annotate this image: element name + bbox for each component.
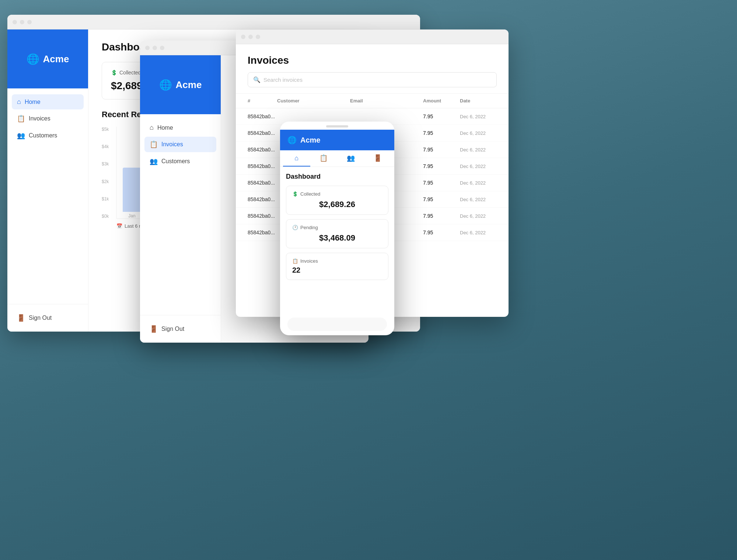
sidebar-desktop: 🌐 Acme ⌂ Home 📋 Invoices 👥 Customers <box>7 29 88 332</box>
cell-id: 85842ba0... <box>248 163 277 169</box>
app-name-desktop: Acme <box>43 53 69 65</box>
col-header-date: Date <box>460 98 497 104</box>
titlebar-dot-i1 <box>241 35 245 39</box>
titlebar-dot-i3 <box>256 35 260 39</box>
cell-amount: 7.95 <box>423 163 460 169</box>
mobile-nav-customers[interactable]: 👥 <box>337 150 364 167</box>
invoices-label-tablet: Invoices <box>161 141 183 148</box>
sidebar-item-customers-tablet[interactable]: 👥 Customers <box>144 154 216 169</box>
mobile-nav-signout[interactable]: 🚪 <box>364 150 392 167</box>
cell-date: Dec 6, 2022 <box>460 180 497 186</box>
cell-id: 85842ba0... <box>248 113 277 119</box>
mobile-collected-label: 💲 Collected <box>292 191 382 197</box>
sidebar-item-customers[interactable]: 👥 Customers <box>12 128 84 143</box>
cell-amount: 7.95 <box>423 180 460 186</box>
cell-date: Dec 6, 2022 <box>460 197 497 202</box>
sidebar-item-home-label: Home <box>25 99 41 105</box>
mobile-handle <box>326 125 348 127</box>
invoices-icon-tablet: 📋 <box>150 140 158 148</box>
mobile-invoices-label: 📋 Invoices <box>292 258 382 264</box>
sidebar-item-invoices[interactable]: 📋 Invoices <box>12 111 84 126</box>
mobile-bottom-bar <box>287 318 387 331</box>
cell-id: 85842ba0... <box>248 147 277 153</box>
mobile-invoices-count: 22 <box>292 266 382 274</box>
cell-id: 85842ba0... <box>248 196 277 202</box>
mobile-collected-card: 💲 Collected $2,689.26 <box>286 186 388 215</box>
sidebar-item-home-tablet[interactable]: ⌂ Home <box>144 120 216 135</box>
customers-icon-tablet: 👥 <box>150 157 158 165</box>
table-header: # Customer Email Amount Date <box>236 94 509 108</box>
titlebar-dot-t3 <box>160 46 164 50</box>
sidebar-item-customers-label: Customers <box>29 132 57 139</box>
mobile-nav-invoices[interactable]: 📋 <box>310 150 338 167</box>
titlebar-desktop <box>7 15 420 29</box>
mobile-collected-value: $2,689.26 <box>292 200 382 209</box>
search-icon: 🔍 <box>253 76 261 83</box>
cell-date: Dec 6, 2022 <box>460 213 497 219</box>
bar-jan <box>123 168 141 212</box>
cell-id: 85842ba0... <box>248 230 277 235</box>
sidebar-item-invoices-tablet[interactable]: 📋 Invoices <box>144 137 216 152</box>
sign-out-button-desktop[interactable]: 🚪 Sign Out <box>12 310 84 326</box>
home-icon: ⌂ <box>17 98 21 106</box>
sign-out-label-tablet: Sign Out <box>161 326 184 332</box>
y-label-2k: $2k <box>102 179 109 184</box>
col-header-email: Email <box>350 98 423 104</box>
invoices-header: Invoices 🔍 Search invoices <box>236 44 509 94</box>
cell-id: 85842ba0... <box>248 213 277 219</box>
calendar-icon: 📅 <box>116 223 122 229</box>
titlebar-invoices <box>236 29 509 44</box>
sidebar-item-invoices-label: Invoices <box>29 115 50 122</box>
sidebar-nav-desktop: ⌂ Home 📋 Invoices 👥 Customers <box>7 88 88 304</box>
sidebar-tablet: 🌐 Acme ⌂ Home 📋 Invoices 👥 Customers <box>140 55 221 343</box>
sidebar-item-home[interactable]: ⌂ Home <box>12 94 84 109</box>
cell-date: Dec 6, 2022 <box>460 130 497 136</box>
col-header-customer: Customer <box>277 98 350 104</box>
cell-date: Dec 6, 2022 <box>460 164 497 169</box>
mobile-invoices-card: 📋 Invoices 22 <box>286 253 388 280</box>
app-name-mobile: Acme <box>300 136 320 144</box>
app-name-tablet: Acme <box>176 79 202 91</box>
sidebar-bottom-tablet: 🚪 Sign Out <box>140 315 221 343</box>
sidebar-logo-desktop: 🌐 Acme <box>7 29 88 88</box>
customers-label-tablet: Customers <box>161 158 190 165</box>
cell-date: Dec 6, 2022 <box>460 230 497 235</box>
home-label-tablet: Home <box>157 125 173 131</box>
cell-amount: 7.95 <box>423 130 460 136</box>
mobile-pending-card: 🕐 Pending $3,468.09 <box>286 219 388 248</box>
globe-icon-mobile: 🌐 <box>287 136 297 144</box>
chart-bar-jan: Jan <box>123 168 141 218</box>
titlebar-dot-2 <box>20 20 24 24</box>
cell-id: 85842ba0... <box>248 180 277 186</box>
y-label-4k: $4k <box>102 144 109 149</box>
window-mobile: 🌐 Acme ⌂ 📋 👥 🚪 Dashboard 💲 Collected $2,… <box>280 122 394 335</box>
signout-icon-desktop: 🚪 <box>17 314 25 322</box>
chart-y-labels: $0k $1k $2k $3k $4k $5k <box>102 127 109 219</box>
cell-amount: 7.95 <box>423 196 460 202</box>
cell-date: Dec 6, 2022 <box>460 147 497 153</box>
globe-icon-tablet: 🌐 <box>159 79 172 91</box>
mobile-pending-value: $3,468.09 <box>292 233 382 243</box>
dollar-icon-mobile: 💲 <box>292 191 298 197</box>
mobile-nav-home[interactable]: ⌂ <box>283 150 310 167</box>
y-label-0k: $0k <box>102 214 109 219</box>
titlebar-dot-1 <box>13 20 17 24</box>
y-label-5k: $5k <box>102 127 109 132</box>
col-header-id: # <box>248 98 277 104</box>
sign-out-button-tablet[interactable]: 🚪 Sign Out <box>144 321 216 337</box>
cell-amount: 7.95 <box>423 230 460 235</box>
y-label-1k: $1k <box>102 196 109 202</box>
sidebar-nav-tablet: ⌂ Home 📋 Invoices 👥 Customers <box>140 114 221 315</box>
signout-icon-tablet: 🚪 <box>150 325 158 333</box>
cell-date: Dec 6, 2022 <box>460 114 497 119</box>
clock-icon-mobile: 🕐 <box>292 225 298 230</box>
titlebar-dot-3 <box>27 20 32 24</box>
sidebar-bottom-desktop: 🚪 Sign Out <box>7 304 88 332</box>
search-bar[interactable]: 🔍 Search invoices <box>248 72 497 87</box>
search-placeholder: Search invoices <box>263 77 303 83</box>
customers-icon: 👥 <box>17 132 25 140</box>
x-label-jan: Jan <box>128 213 135 218</box>
globe-icon: 🌐 <box>27 53 39 65</box>
sidebar-logo-tablet: 🌐 Acme <box>140 55 221 114</box>
sign-out-label-desktop: Sign Out <box>29 315 52 321</box>
